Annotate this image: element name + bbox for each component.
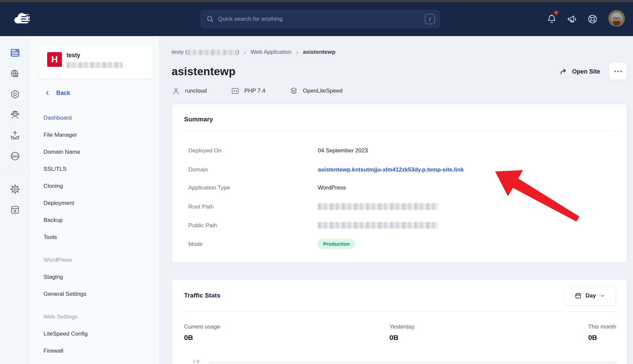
open-site-arrow-icon [559, 67, 568, 76]
chart-axis-tick: 1 B [193, 359, 199, 364]
hetzner-logo: H [47, 52, 62, 67]
page-title: asistentewp [172, 65, 236, 78]
sidebar-item-litespeed-config[interactable]: LiteSpeed Config [43, 325, 151, 342]
app-sidebar: H testy Back Dashboard File Manager Doma… [30, 36, 160, 364]
summary-row-mode: Mode Production [172, 240, 627, 249]
web-server-label: OpenLiteSpeed [303, 88, 342, 94]
summary-row-domain: Domain asistentewp.kntsutmjju-xlm412zk53… [172, 165, 627, 175]
sidebar-item-staging[interactable]: Staging [43, 268, 151, 285]
summary-card: Summary Deployed On 04 September 2023 Do… [172, 104, 627, 263]
chevron-left-icon [44, 90, 51, 96]
more-options-button[interactable] [609, 62, 627, 80]
servers-icon[interactable] [10, 47, 20, 58]
summary-row-public-path: Public Path [172, 221, 627, 231]
back-button[interactable]: Back [44, 88, 70, 98]
summary-row-application-type: Application Type WordPress [172, 184, 627, 193]
divider [184, 131, 616, 131]
notification-dot [554, 11, 558, 15]
search-input[interactable] [218, 16, 425, 22]
public-path-redacted [318, 222, 438, 229]
traffic-stats-title: Traffic Stats [184, 292, 220, 299]
sidebar-item-dashboard[interactable]: Dashboard [43, 109, 151, 126]
sidebar-item-backup[interactable]: Backup [43, 212, 151, 229]
runcloud-logo-icon[interactable] [12, 10, 32, 27]
chart-gridline [209, 362, 616, 363]
help-lifebuoy-icon[interactable] [587, 13, 598, 25]
backup-box-icon[interactable] [10, 205, 20, 215]
web-server-layers-icon [289, 87, 298, 95]
chevron-down-icon [600, 293, 606, 299]
sidebar-item-ssl-tls[interactable]: SSL/TLS [43, 160, 151, 177]
summary-row-deployed-on: Deployed On 04 September 2023 [172, 146, 627, 156]
user-avatar[interactable] [608, 10, 625, 27]
quick-search: / [200, 10, 440, 28]
open-site-button[interactable]: Open Site [559, 66, 600, 77]
web-application-icon[interactable] [10, 69, 20, 79]
traffic-stats-card: Traffic Stats Day Current usage 0B Yeste… [172, 279, 627, 364]
breadcrumb: testy () › Web Application › asistentewp [172, 47, 336, 57]
sidebar-item-firewall[interactable]: Firewall [43, 342, 151, 359]
breadcrumb-separator-icon: › [296, 48, 298, 56]
sidebar-section-web-settings: Web Settings [43, 308, 151, 325]
breadcrumb-current: asistentewp [303, 49, 335, 55]
deployment-inbox-icon[interactable] [10, 130, 20, 141]
team-icon[interactable] [10, 110, 20, 120]
summary-row-root-path: Root Path [172, 203, 627, 212]
breadcrumb-server[interactable]: testy () [172, 49, 239, 55]
sidebar-section-wordpress: WordPress [43, 251, 151, 268]
search-icon [206, 15, 214, 23]
notifications-bell-icon[interactable] [546, 13, 557, 25]
server-name: testy [67, 52, 80, 59]
traffic-range-value: Day [585, 292, 596, 299]
php-version-label: PHP 7.4 [244, 88, 265, 94]
breadcrumb-separator-icon: › [244, 48, 246, 56]
app-meta-row: runcloud PHP 7.4 OpenLiteSpeed [172, 86, 342, 96]
sidebar-item-tools[interactable]: Tools [43, 229, 151, 246]
back-label: Back [56, 90, 70, 97]
breadcrumb-web-application[interactable]: Web Application [251, 49, 291, 55]
owner-label: runcloud [185, 88, 207, 94]
root-path-redacted [318, 203, 438, 210]
sidebar-menu: Dashboard File Manager Domain Name SSL/T… [43, 109, 151, 359]
php-version-icon [231, 87, 240, 95]
stat-current-usage: Current usage 0B [184, 324, 220, 342]
sidebar-item-cloning[interactable]: Cloning [43, 177, 151, 195]
svg-text:DNS: DNS [12, 154, 19, 158]
mode-status-badge: Production [318, 239, 355, 249]
main-content: testy () › Web Application › asistentewp… [160, 36, 633, 364]
summary-title: Summary [184, 116, 213, 123]
announcements-megaphone-icon[interactable] [566, 13, 577, 25]
breadcrumb-ip-redacted [187, 50, 237, 55]
stat-yesterday: Yesterday 0B [389, 324, 415, 342]
sidebar-item-file-manager[interactable]: File Manager [43, 126, 151, 143]
sidebar-item-deployment[interactable]: Deployment [43, 195, 151, 212]
sidebar-item-general-settings[interactable]: General Settings [43, 285, 151, 302]
calendar-icon [574, 292, 582, 299]
server-card[interactable]: H testy [39, 43, 154, 79]
open-site-label: Open Site [572, 68, 600, 75]
settings-gear-icon[interactable] [10, 184, 20, 195]
rail-divider [0, 174, 30, 174]
search-shortcut-key: / [425, 14, 435, 24]
traffic-range-selector[interactable]: Day [564, 286, 616, 306]
stat-this-month: This month 0B [588, 324, 616, 342]
icon-rail: DNS [0, 36, 30, 364]
owner-icon [172, 87, 180, 95]
domain-link[interactable]: asistentewp.kntsutmjju-xlm412zk53dy.p.te… [318, 166, 464, 173]
dns-icon[interactable]: DNS [10, 151, 20, 161]
sidebar-item-domain-name[interactable]: Domain Name [43, 143, 151, 160]
server-ip-redacted [67, 62, 123, 68]
more-options-icon [614, 71, 622, 72]
divider [184, 311, 616, 312]
top-navbar: / [0, 2, 633, 36]
services-hexagon-icon[interactable] [10, 89, 20, 100]
